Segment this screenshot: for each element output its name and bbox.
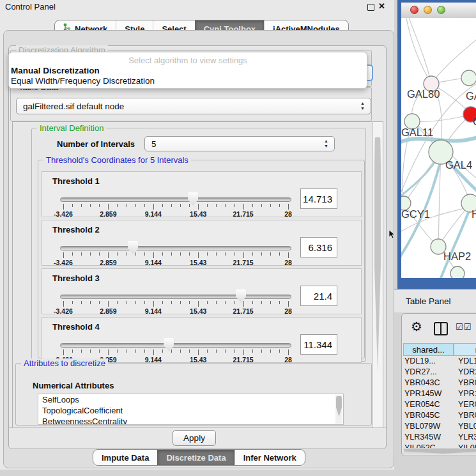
tick-mark [117, 204, 118, 207]
tick-mark [243, 252, 244, 258]
table-data-value: galFiltered.sif default node [23, 102, 124, 111]
tick-label: 9.144 [145, 210, 162, 218]
tick-mark [279, 204, 280, 207]
tick-mark [207, 204, 208, 207]
tick-mark [189, 301, 190, 304]
tick-mark [171, 252, 172, 256]
table-rows: YDL19...YDL19...YDR27...YDR27...YBR043CY… [403, 356, 476, 454]
tick-mark [261, 252, 262, 256]
tick-mark [198, 204, 199, 210]
threshold-slider[interactable]: -3.4262.8599.14415.4321.71528 [60, 196, 291, 215]
network-node[interactable] [450, 266, 464, 278]
threshold-slider[interactable]: -3.4262.8599.14415.4321.71528 [60, 244, 291, 263]
node-label: GCY1 [401, 208, 430, 220]
threshold-value-field[interactable]: 11.344 [300, 334, 337, 355]
select-columns-icon[interactable]: ☑☑ [456, 322, 472, 332]
table-row[interactable]: YER054CYER054C [403, 399, 476, 410]
attribute-list-item[interactable]: SelfLoops [38, 394, 343, 405]
column-header-name[interactable]: name [454, 343, 476, 356]
cell-shared-name: YBR043C [403, 378, 456, 388]
tick-mark [225, 349, 226, 353]
horizontal-scrollbar[interactable] [403, 448, 476, 454]
threshold-value-field[interactable]: 21.4 [300, 286, 337, 306]
close-icon[interactable]: ✕ [378, 1, 385, 11]
tick-mark [216, 349, 217, 353]
threshold-slider[interactable]: -3.4262.8599.14415.4321.71528 [60, 293, 291, 312]
tick-mark [108, 301, 109, 307]
bottom-tab-infer-network[interactable]: Infer Network [234, 450, 305, 465]
tick-mark [127, 252, 127, 256]
float-window-icon[interactable] [367, 4, 374, 11]
threshold-label: Threshold 3 [52, 273, 100, 283]
tick-mark [171, 301, 172, 304]
tick-label: 9.144 [145, 307, 162, 315]
attribute-list-item[interactable]: BetweennessCentrality [38, 416, 343, 425]
tick-mark [90, 252, 91, 256]
stepper-icon: ▲▼ [360, 101, 365, 112]
tick-mark [63, 252, 64, 258]
tick-label: 28 [284, 259, 292, 266]
table-row[interactable]: YPR145WYPR145W [403, 388, 476, 399]
horizontal-scrollbar-thumb[interactable] [404, 449, 476, 454]
tick-mark [216, 204, 217, 207]
table-row[interactable]: YLR345WYLR345W [403, 432, 476, 443]
tick-mark [81, 204, 82, 207]
tick-mark [153, 252, 154, 258]
table-row[interactable]: YBL079WYBL079W [403, 421, 476, 432]
tick-label: 15.43 [190, 307, 206, 315]
dropdown-item-equal-width-frequency[interactable]: Equal Width/Frequency Discretization [11, 76, 155, 86]
tick-mark [234, 301, 235, 304]
tick-mark [207, 349, 208, 353]
tick-mark [63, 204, 64, 210]
bottom-tab-impute-data[interactable]: Impute Data [93, 450, 157, 465]
tick-mark [108, 349, 109, 355]
mouse-cursor [389, 230, 396, 240]
close-traffic-light-icon[interactable] [410, 6, 418, 14]
tick-mark [279, 301, 280, 304]
split-columns-icon[interactable] [434, 322, 448, 335]
zoom-traffic-light-icon[interactable] [437, 6, 445, 14]
tick-mark [63, 301, 64, 307]
tick-mark [189, 204, 190, 207]
network-canvas[interactable]: GAL80GAL11GAL4GCY1HAP2GACH [401, 18, 476, 278]
apply-button[interactable]: Apply [173, 430, 216, 446]
tick-label: 2.859 [100, 210, 116, 218]
stepper-icon: ▲▼ [323, 139, 329, 150]
table-row[interactable]: YDR27...YDR27... [403, 367, 476, 378]
tick-mark [72, 204, 73, 207]
table-row[interactable]: YBR043CYBR043C [403, 378, 476, 388]
gear-icon[interactable]: ⚙ [411, 319, 422, 334]
dropdown-item-manual-discretization[interactable]: Manual Discretization [11, 66, 100, 75]
node-label: HAP2 [443, 250, 471, 262]
number-of-intervals-combobox[interactable]: 5 ▲▼ [144, 136, 335, 151]
vertical-scrollbar[interactable] [372, 122, 383, 427]
tick-mark [234, 204, 235, 207]
network-node[interactable] [461, 70, 476, 86]
tick-mark [99, 349, 100, 353]
threshold-slider[interactable]: -3.4262.8599.14415.4321.71528 [60, 341, 291, 360]
list-scrollbar-thumb[interactable] [336, 396, 342, 417]
minimize-traffic-light-icon[interactable] [424, 6, 432, 14]
column-header-shared-name[interactable]: shared... [403, 343, 454, 356]
table-data-combobox[interactable]: galFiltered.sif default node ▲▼ [16, 98, 371, 114]
tick-label: 9.144 [145, 259, 162, 266]
threshold-value-field[interactable]: 6.316 [300, 237, 337, 257]
table-row[interactable]: YBR045CYBR045C [403, 410, 476, 421]
screen: Control Panel ✕ NetworkStyleSelectCyni T… [0, 0, 476, 476]
bottom-tab-discretize-data[interactable]: Discretize Data [157, 450, 234, 465]
list-scrollbar[interactable] [335, 395, 342, 424]
scrollbar-thumb[interactable] [374, 137, 381, 371]
control-panel-titlebar: Control Panel ✕ [0, 0, 394, 14]
tick-mark [81, 349, 82, 353]
threshold-value-field[interactable]: 14.713 [300, 188, 337, 209]
tick-mark [171, 204, 172, 207]
numerical-attributes-list[interactable]: SelfLoopsTopologicalCoefficientBetweenne… [38, 394, 344, 425]
tick-mark [72, 301, 73, 304]
tick-mark [135, 204, 136, 207]
attributes-group: Attributes to discretize Numerical Attri… [15, 363, 372, 426]
tick-mark [162, 301, 163, 304]
attribute-list-item[interactable]: TopologicalCoefficient [38, 405, 343, 416]
table-row[interactable]: YDL19...YDL19... [403, 356, 476, 367]
network-window-titlebar[interactable] [401, 3, 476, 19]
bottom-tabbar: Impute DataDiscretize DataInfer Network [93, 449, 305, 466]
